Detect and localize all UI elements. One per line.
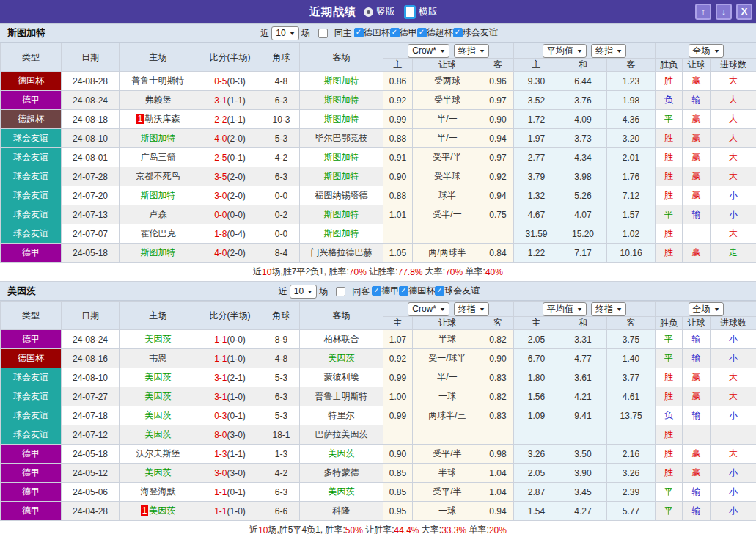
date-cell: 24-05-18: [62, 244, 120, 263]
handicap-cell: 受一/球半: [413, 349, 482, 368]
league-filter-label[interactable]: 球会友谊: [444, 285, 480, 297]
result-wdl-cell: 负: [656, 91, 683, 110]
date-cell: 24-05-06: [62, 483, 120, 502]
horizontal-layout-radio[interactable]: [404, 5, 416, 19]
league-filter-label[interactable]: 德超杯: [427, 26, 453, 39]
result-handicap-cell: 输: [683, 406, 711, 425]
handicap-cell: 受平/半: [413, 445, 482, 464]
window-buttons: ↑ ↓ X: [695, 4, 752, 20]
odds-home-cell: 0.88: [383, 129, 413, 148]
crow-company-select[interactable]: Crow*▼: [408, 44, 449, 58]
avg-away-cell: 2.16: [607, 445, 656, 464]
team-section-header: 美因茨 近 10▼ 场 同客 德甲德国杯球会友谊: [0, 282, 756, 301]
league-filter-checkbox[interactable]: [399, 286, 408, 296]
odds-away-cell: [482, 224, 514, 244]
avg-away-cell: 1.23: [607, 72, 656, 91]
games-label: 场: [301, 27, 310, 40]
corner-cell: 6-3: [263, 483, 300, 502]
league-filter-checkbox[interactable]: [435, 286, 444, 296]
horizontal-layout-label[interactable]: 横版: [419, 5, 438, 18]
league-filter-label[interactable]: 德甲: [381, 285, 399, 297]
vertical-layout-radio[interactable]: [364, 7, 373, 17]
away-team-name: 斯图加特: [324, 95, 359, 105]
date-cell: 24-07-27: [62, 387, 120, 406]
same-venue-label[interactable]: 同客: [352, 285, 370, 298]
odds-away-cell: 1.04: [482, 464, 514, 483]
final-odds-select[interactable]: 终指▼: [454, 302, 489, 316]
col-result-handicap: 让球: [683, 317, 711, 330]
home-team-name: 美因茨: [145, 429, 172, 439]
result-goals-cell: 大: [711, 368, 756, 387]
avg-home-cell: 1.56: [514, 387, 559, 406]
league-filter-label[interactable]: 德国杯: [408, 285, 435, 297]
crow-company-select[interactable]: Crow*▼: [408, 302, 449, 316]
date-cell: 24-07-18: [62, 406, 120, 425]
corner-cell: 4-8: [263, 349, 300, 368]
final-odds-select-2[interactable]: 终指▼: [591, 44, 626, 58]
recent-count-select[interactable]: 10▼: [290, 285, 317, 299]
league-filter-label[interactable]: 德国杯: [364, 26, 390, 39]
league-badge: 德甲: [1, 330, 62, 349]
move-up-button[interactable]: ↑: [695, 4, 711, 20]
home-team-cell: 斯图加特: [120, 186, 197, 205]
recent-count-select[interactable]: 10▼: [271, 26, 298, 40]
fulltime-score: 0-5: [214, 76, 227, 87]
same-venue-label[interactable]: 同主: [334, 27, 352, 40]
avg-away-cell: 2.01: [607, 148, 656, 167]
league-filter-label[interactable]: 德甲: [400, 26, 417, 39]
away-team-cell: 特里尔: [300, 406, 383, 425]
league-filter-checkbox[interactable]: [453, 28, 463, 37]
col-score: 比分(半场): [197, 43, 263, 72]
average-select[interactable]: 平均值▼: [543, 302, 587, 316]
final-odds-select-2[interactable]: 终指▼: [591, 302, 626, 316]
league-filter-checkbox[interactable]: [390, 28, 400, 37]
date-cell: 24-05-12: [62, 464, 120, 483]
halftime-score: (0-0): [227, 210, 246, 220]
average-select[interactable]: 平均值▼: [543, 44, 587, 58]
away-team-name: 巴萨拉美因茨: [315, 429, 368, 439]
avg-home-cell: 3.79: [514, 167, 559, 186]
league-filter-checkbox[interactable]: [354, 28, 364, 37]
avg-away-cell: 1.98: [607, 91, 656, 110]
results-table-stuttgart: 类型 日期 主场 比分(半场) 角球 客场 Crow*▼ 终指▼ 平均值▼ 终指…: [0, 43, 756, 263]
match-row: 德甲 24-05-18 沃尔夫斯堡 1-3(1-1) 1-3 美因茨 0.90 …: [1, 445, 756, 464]
league-badge: 德国杯: [1, 72, 62, 91]
up-arrow-icon: ↑: [701, 6, 706, 18]
result-handicap-cell: 输: [683, 483, 711, 502]
score-cell: 2-2(1-1): [197, 110, 263, 129]
close-button[interactable]: X: [736, 4, 752, 20]
chevron-down-icon: ▼: [576, 48, 583, 54]
col-type: 类型: [1, 302, 62, 330]
avg-draw-cell: [559, 425, 607, 445]
handicap-cell: 受平/半: [413, 148, 482, 167]
handicap-cell: 球半: [413, 186, 482, 205]
score-cell: 3-0(2-0): [197, 186, 263, 205]
away-team-cell: 斯图加特: [300, 224, 383, 244]
corner-cell: 4-8: [263, 72, 300, 91]
fulltime-select[interactable]: 全场▼: [689, 302, 724, 316]
avg-away-cell: 3.77: [607, 368, 656, 387]
league-filter-label[interactable]: 球会友谊: [463, 26, 498, 39]
rank-badge: 1: [141, 505, 149, 516]
match-row: 球会友谊 24-07-12 美因茨 8-0(3-0) 18-1 巴萨拉美因茨 胜: [1, 425, 756, 445]
same-venue-checkbox[interactable]: [318, 29, 328, 38]
home-team-name: 韦恩: [150, 353, 167, 363]
league-filter-checkbox[interactable]: [417, 28, 427, 37]
col-avg-home: 主: [514, 59, 559, 72]
league-badge: 球会友谊: [1, 368, 62, 387]
odds-home-cell: 0.88: [383, 186, 413, 205]
date-cell: 24-08-28: [62, 72, 120, 91]
same-venue-checkbox[interactable]: [336, 287, 345, 296]
league-filter-checkbox[interactable]: [372, 286, 381, 296]
move-down-button[interactable]: ↓: [716, 4, 732, 20]
col-result-handicap: 让球: [683, 59, 711, 72]
avg-draw-cell: 4.27: [559, 502, 607, 521]
result-wdl-cell: 平: [656, 483, 683, 502]
league-badge: 德国杯: [1, 349, 62, 368]
fulltime-score: 3-1: [214, 95, 227, 106]
vertical-layout-label[interactable]: 竖版: [376, 5, 395, 18]
avg-draw-cell: 5.26: [559, 186, 607, 205]
col-avg-draw: 和: [559, 317, 607, 330]
final-odds-select[interactable]: 终指▼: [454, 44, 489, 58]
fulltime-select[interactable]: 全场▼: [689, 44, 724, 58]
